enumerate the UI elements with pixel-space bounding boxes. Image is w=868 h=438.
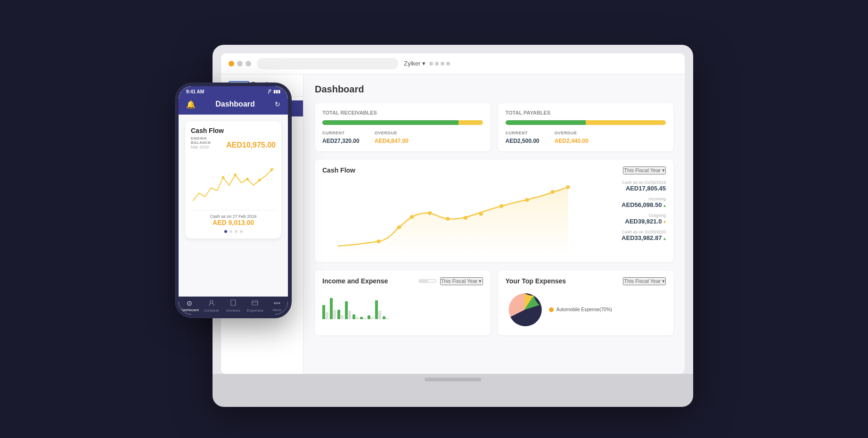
phone-nav-dashboard[interactable]: ⊙ Dashboard — [179, 299, 200, 313]
bar-group-9 — [383, 316, 389, 319]
svg-point-30 — [268, 92, 269, 93]
phone-nav-invoices[interactable]: Invoices — [222, 299, 244, 313]
bar-expense-6 — [363, 318, 366, 319]
bar-group-1 — [322, 305, 328, 319]
top-expenses-card: Your Top Expenses This Fiscal Year ▾ — [498, 271, 674, 335]
svg-point-26 — [500, 204, 504, 208]
bar-expense-3 — [341, 315, 344, 319]
income-chart — [322, 291, 483, 319]
user-menu[interactable]: Zylker ▾ — [404, 60, 450, 67]
bar-group-8 — [375, 300, 381, 319]
phone-footer-label: Cash as on 27 Feb 2019 — [191, 214, 276, 219]
traffic-light-grey1 — [237, 61, 243, 66]
toggle-btn-bar[interactable] — [419, 280, 427, 282]
svg-point-21 — [410, 215, 414, 219]
phone-nav-contacts[interactable]: Contacts — [200, 299, 222, 313]
top-expenses-title: Your Top Expenses — [506, 277, 566, 285]
receivables-overdue: OVERDUE AED4,847.00 — [375, 131, 409, 145]
bar-income-1 — [322, 305, 325, 319]
phone-nav-invoices-label: Invoices — [226, 308, 240, 313]
bar-income-3 — [337, 310, 340, 319]
phone-ending-balance-label: ENDING BALANCE — [191, 136, 226, 145]
phone-bottom-nav: ⊙ Dashboard Contacts Invoices — [179, 297, 288, 314]
bar-expense-7 — [371, 317, 374, 319]
bar-income-5 — [352, 314, 355, 319]
outgoing-indicator: ▾ — [663, 220, 666, 224]
phone-footer-amount: AED 9,013.00 — [191, 219, 276, 226]
bar-income-9 — [383, 316, 385, 319]
svg-point-24 — [464, 216, 468, 220]
phone-nav-expenses[interactable]: Expenses — [244, 299, 266, 313]
bar-expense-9 — [386, 318, 389, 319]
summary-row: Total Receivables CURRENT AED27,320.00 — [315, 103, 673, 151]
top-expenses-filter[interactable]: This Fiscal Year ▾ — [623, 277, 666, 285]
cash-flow-filter[interactable]: This Fiscal Year ▾ — [623, 166, 666, 174]
laptop-base — [213, 374, 693, 407]
svg-rect-37 — [231, 300, 236, 306]
payables-overdue-label: OVERDUE — [555, 131, 589, 135]
svg-point-36 — [210, 300, 213, 303]
phone-chart-footer: Cash as on 27 Feb 2019 AED 9,013.00 — [191, 210, 276, 226]
bar-income-7 — [368, 315, 370, 319]
svg-point-22 — [428, 211, 432, 215]
cash-flow-header: Cash Flow This Fiscal Year ▾ — [322, 166, 666, 174]
phone-status-bar: 9:41 AM ▮▮▮ — [179, 86, 288, 96]
cash-flow-chart — [322, 180, 578, 256]
receivables-current: CURRENT AED27,320.00 — [322, 131, 360, 145]
svg-point-23 — [446, 217, 450, 221]
toggle-btn-line[interactable] — [428, 280, 435, 282]
phone-time: 9:41 AM — [186, 89, 204, 94]
cash-flow-stats: Cash as on 01/04/2019 AED17,805.45 Incom… — [586, 180, 666, 256]
receivables-current-bar — [322, 120, 459, 125]
pie-chart — [506, 291, 543, 329]
phone-dot-1 — [224, 230, 227, 233]
user-label[interactable]: Zylker ▾ — [404, 60, 426, 67]
svg-point-31 — [222, 176, 224, 179]
svg-point-27 — [525, 198, 529, 202]
receivables-current-label: CURRENT — [322, 131, 360, 135]
stat-cash-end-label: Cash as on 31/03/2020 — [586, 230, 666, 234]
income-expense-header: Income and Expense This Fiscal Year ▾ — [322, 277, 483, 285]
scene: Zylker ▾ ZOHO Books — [175, 26, 693, 413]
bar-group-4 — [345, 301, 351, 319]
phone-nav-more[interactable]: ••• More — [266, 299, 288, 313]
dot1 — [429, 62, 433, 66]
payables-overdue-bar — [586, 120, 666, 125]
main-content: Dashboard Total Receivables — [303, 74, 685, 374]
payables-amounts: CURRENT AED2,500.00 OVERDUE AED2,440.00 — [506, 131, 666, 145]
stat-outgoing: Outgoing AED39,921.0 ▾ — [586, 213, 666, 225]
total-receivables-title: Total Receivables — [322, 110, 483, 116]
phone-nav-more-icon: ••• — [273, 299, 280, 307]
svg-point-33 — [246, 177, 248, 181]
traffic-light-grey2 — [246, 61, 251, 66]
total-payables-title: Total Payables — [506, 110, 666, 116]
svg-point-29 — [566, 185, 570, 189]
svg-point-35 — [270, 168, 273, 171]
traffic-lights — [229, 61, 251, 66]
legend-dot — [549, 307, 554, 312]
receivables-progress — [322, 120, 483, 125]
incoming-indicator: ▴ — [663, 203, 666, 208]
browser-chrome: Zylker ▾ — [221, 53, 685, 74]
phone-content: Cash Flow ENDING BALANCE Mar 2019 AED10,… — [179, 115, 288, 297]
phone: 9:41 AM ▮▮▮ 🔔 Dashboard ↻ — [175, 83, 292, 318]
stat-cash-on-label: Cash as on 01/04/2019 — [586, 180, 666, 185]
phone-dot-3 — [235, 230, 237, 233]
bar-group-3 — [337, 310, 344, 319]
income-expense-filter[interactable]: This Fiscal Year ▾ — [440, 277, 483, 285]
receivables-overdue-bar — [459, 120, 483, 125]
phone-chart — [191, 154, 276, 206]
page-title: Dashboard — [315, 84, 673, 95]
phone-dot-2 — [229, 230, 232, 233]
svg-point-32 — [234, 173, 237, 176]
total-receivables-card: Total Receivables CURRENT AED27,320.00 — [315, 103, 491, 151]
stat-outgoing-value: AED39,921.0 ▾ — [586, 218, 666, 225]
bar-expense-8 — [378, 311, 381, 319]
cash-flow-content: Cash as on 01/04/2019 AED17,805.45 Incom… — [322, 180, 666, 256]
payables-overdue: OVERDUE AED2,440.00 — [555, 131, 589, 145]
receivables-current-value: AED27,320.00 — [322, 138, 360, 144]
address-bar[interactable] — [257, 58, 398, 69]
payables-progress — [506, 120, 666, 125]
receivables-overdue-value: AED4,847.00 — [375, 138, 409, 144]
pie-area: Automobile Expense(70%) — [506, 291, 666, 329]
